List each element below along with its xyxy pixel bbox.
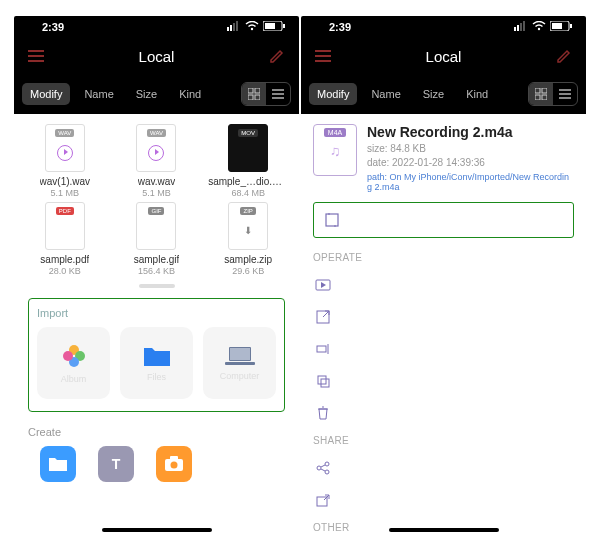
file-item[interactable]: WAV wav.wav 5.1 MB bbox=[112, 124, 202, 198]
tile-label: Album bbox=[61, 374, 87, 384]
svg-line-58 bbox=[321, 469, 325, 471]
file-size: 28.0 KB bbox=[49, 266, 81, 276]
create-camera-button[interactable] bbox=[156, 446, 192, 482]
filter-size[interactable]: Size bbox=[128, 83, 165, 105]
page-title: Local bbox=[426, 48, 462, 65]
detail-path: path: On My iPhone/iConv/Imported/New Re… bbox=[367, 172, 574, 192]
filter-bar: Modify Name Size Kind bbox=[14, 74, 299, 114]
create-label: Create bbox=[28, 426, 285, 438]
file-type-icon: M4A ♫ bbox=[313, 124, 357, 176]
phone-left: 2:39 Local Modify Name Size Kind bbox=[14, 16, 299, 536]
file-thumb: ZIP bbox=[228, 202, 268, 250]
file-size: 29.6 KB bbox=[232, 266, 264, 276]
detail-size: size: 84.8 KB bbox=[367, 142, 574, 156]
folder-icon bbox=[142, 344, 172, 368]
svg-rect-14 bbox=[255, 95, 260, 100]
detail-date: date: 2022-01-28 14:39:36 bbox=[367, 156, 574, 170]
filter-name[interactable]: Name bbox=[76, 83, 121, 105]
import-album[interactable]: Album bbox=[37, 327, 110, 399]
svg-rect-2 bbox=[233, 23, 235, 31]
filter-bar: Modify Name Size Kind bbox=[301, 74, 586, 114]
svg-point-27 bbox=[171, 462, 178, 469]
operate-open[interactable] bbox=[313, 301, 574, 333]
import-section: Import Album Files Computer bbox=[28, 298, 285, 412]
export-action[interactable] bbox=[313, 484, 574, 516]
open-icon bbox=[315, 309, 331, 325]
file-ext-badge: M4A bbox=[324, 128, 346, 137]
detail-filename: New Recording 2.m4a bbox=[367, 124, 574, 140]
import-files[interactable]: Files bbox=[120, 327, 193, 399]
svg-rect-28 bbox=[170, 456, 178, 460]
create-text-button[interactable]: T bbox=[98, 446, 134, 482]
edit-icon[interactable] bbox=[267, 46, 287, 66]
tile-label: Files bbox=[147, 372, 166, 382]
battery-icon bbox=[550, 21, 572, 33]
filter-name[interactable]: Name bbox=[363, 83, 408, 105]
convert-action[interactable] bbox=[313, 202, 574, 238]
share-action[interactable] bbox=[313, 452, 574, 484]
svg-point-4 bbox=[251, 28, 253, 30]
export-icon bbox=[315, 492, 331, 508]
filter-modify[interactable]: Modify bbox=[309, 83, 357, 105]
file-name: sample.pdf bbox=[40, 254, 89, 265]
menu-icon[interactable] bbox=[26, 46, 46, 66]
home-indicator[interactable] bbox=[102, 528, 212, 532]
laptop-icon bbox=[225, 345, 255, 367]
rename-icon bbox=[315, 341, 331, 357]
battery-icon bbox=[263, 21, 285, 33]
svg-rect-11 bbox=[248, 88, 253, 93]
svg-rect-30 bbox=[517, 25, 519, 31]
menu-icon[interactable] bbox=[313, 46, 333, 66]
svg-rect-36 bbox=[552, 23, 562, 29]
filter-kind[interactable]: Kind bbox=[458, 83, 496, 105]
file-size: 5.1 MB bbox=[142, 188, 171, 198]
list-view-icon[interactable] bbox=[266, 83, 290, 105]
play-icon bbox=[315, 277, 331, 293]
file-thumb: WAV bbox=[136, 124, 176, 172]
folder-icon bbox=[48, 456, 68, 472]
tile-label: Computer bbox=[220, 371, 260, 381]
operate-rename[interactable] bbox=[313, 333, 574, 365]
operate-copy[interactable] bbox=[313, 365, 574, 397]
operate-delete[interactable] bbox=[313, 397, 574, 429]
filter-kind[interactable]: Kind bbox=[171, 83, 209, 105]
home-indicator[interactable] bbox=[389, 528, 499, 532]
file-item[interactable]: PDF sample.pdf 28.0 KB bbox=[20, 202, 110, 276]
file-item[interactable]: WAV wav(1).wav 5.1 MB bbox=[20, 124, 110, 198]
list-view-icon[interactable] bbox=[553, 83, 577, 105]
file-item[interactable]: ZIP sample.zip 29.6 KB bbox=[203, 202, 293, 276]
trash-icon bbox=[315, 405, 331, 421]
operate-play[interactable] bbox=[313, 269, 574, 301]
svg-rect-40 bbox=[535, 88, 540, 93]
svg-rect-7 bbox=[265, 23, 275, 29]
edit-icon[interactable] bbox=[554, 46, 574, 66]
status-time: 2:39 bbox=[42, 21, 64, 33]
file-item[interactable]: GIF sample.gif 156.4 KB bbox=[112, 202, 202, 276]
svg-rect-53 bbox=[321, 379, 329, 387]
filter-size[interactable]: Size bbox=[415, 83, 452, 105]
create-folder-button[interactable] bbox=[40, 446, 76, 482]
file-item[interactable]: MOV sample_…dio.mov 68.4 MB bbox=[203, 124, 293, 198]
file-size: 68.4 MB bbox=[231, 188, 265, 198]
filter-modify[interactable]: Modify bbox=[22, 83, 70, 105]
svg-rect-35 bbox=[570, 24, 572, 28]
signal-icon bbox=[514, 21, 528, 33]
signal-icon bbox=[227, 21, 241, 33]
grid-view-icon[interactable] bbox=[242, 83, 266, 105]
svg-point-55 bbox=[325, 462, 329, 466]
create-row: T bbox=[28, 446, 285, 482]
status-time: 2:39 bbox=[329, 21, 351, 33]
svg-point-56 bbox=[325, 470, 329, 474]
file-thumb: MOV bbox=[228, 124, 268, 172]
grid-view-icon[interactable] bbox=[529, 83, 553, 105]
file-name: wav(1).wav bbox=[40, 176, 91, 187]
phone-right: 2:39 Local Modify Name Size Kind bbox=[301, 16, 586, 536]
camera-icon bbox=[164, 456, 184, 472]
wifi-icon bbox=[245, 21, 259, 33]
page-title: Local bbox=[139, 48, 175, 65]
svg-rect-41 bbox=[542, 88, 547, 93]
import-computer[interactable]: Computer bbox=[203, 327, 276, 399]
status-bar: 2:39 bbox=[301, 16, 586, 38]
sheet-handle[interactable] bbox=[139, 284, 175, 288]
file-size: 156.4 KB bbox=[138, 266, 175, 276]
